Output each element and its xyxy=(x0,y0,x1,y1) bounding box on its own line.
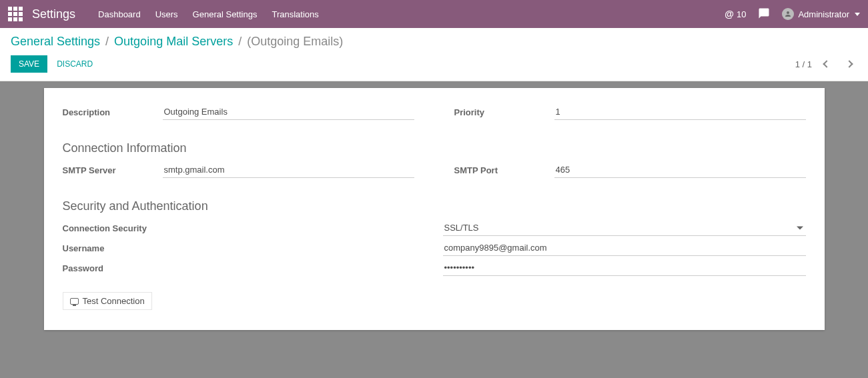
navbar: Settings Dashboard Users General Setting… xyxy=(0,0,868,28)
smtp-server-input[interactable] xyxy=(163,162,414,178)
label-description: Description xyxy=(63,107,163,117)
at-icon: @ xyxy=(725,9,734,19)
breadcrumb-current: (Outgoing Emails) xyxy=(247,35,343,49)
user-menu[interactable]: Administrator xyxy=(782,8,860,20)
caret-down-icon xyxy=(855,13,860,16)
monitor-icon xyxy=(70,298,79,305)
save-button[interactable]: Save xyxy=(11,55,47,73)
connection-security-value[interactable] xyxy=(443,220,806,235)
breadcrumb-outgoing-mail-servers[interactable]: Outgoing Mail Servers xyxy=(114,35,233,49)
chat-icon[interactable] xyxy=(758,7,770,21)
password-input[interactable] xyxy=(443,260,806,276)
section-connection-title: Connection Information xyxy=(63,141,806,155)
nav-right: @ 10 Administrator xyxy=(725,7,860,21)
pager: 1 / 1 xyxy=(795,56,857,72)
username-input[interactable] xyxy=(443,240,806,256)
discard-button[interactable]: Discard xyxy=(57,59,93,69)
user-name: Administrator xyxy=(798,9,849,19)
section-security-title: Security and Authentication xyxy=(63,199,806,213)
mail-count: 10 xyxy=(737,9,746,19)
chevron-left-icon xyxy=(823,60,830,67)
connection-security-select[interactable] xyxy=(443,220,806,236)
label-priority: Priority xyxy=(454,107,554,117)
breadcrumb-sep: / xyxy=(238,35,242,49)
pager-prev[interactable] xyxy=(819,56,835,72)
mail-counter[interactable]: @ 10 xyxy=(725,9,746,19)
cp-buttons: Save Discard xyxy=(11,55,93,73)
avatar-icon xyxy=(782,8,794,20)
nav-links: Dashboard Users General Settings Transla… xyxy=(98,9,319,19)
form-sheet: Description Priority Connection Informat… xyxy=(44,88,825,330)
svg-point-0 xyxy=(787,11,789,14)
apps-icon[interactable] xyxy=(8,7,23,21)
nav-link-general-settings[interactable]: General Settings xyxy=(193,9,258,19)
chevron-right-icon xyxy=(845,60,853,67)
caret-down-icon xyxy=(797,226,803,229)
nav-link-translations[interactable]: Translations xyxy=(272,9,318,19)
label-connection-security: Connection Security xyxy=(63,223,163,233)
nav-link-users[interactable]: Users xyxy=(155,9,178,19)
test-connection-label: Test Connection xyxy=(83,296,145,306)
label-smtp-server: SMTP Server xyxy=(63,165,163,175)
pager-next[interactable] xyxy=(841,56,857,72)
label-smtp-port: SMTP Port xyxy=(454,165,554,175)
breadcrumb-sep: / xyxy=(105,35,109,49)
control-panel: General Settings / Outgoing Mail Servers… xyxy=(0,28,868,81)
smtp-port-input[interactable] xyxy=(554,162,806,178)
app-brand: Settings xyxy=(32,7,75,21)
breadcrumb-general-settings[interactable]: General Settings xyxy=(11,35,100,49)
label-username: Username xyxy=(63,243,163,253)
nav-link-dashboard[interactable]: Dashboard xyxy=(98,9,141,19)
form-container: Description Priority Connection Informat… xyxy=(0,81,868,357)
breadcrumb: General Settings / Outgoing Mail Servers… xyxy=(11,35,857,49)
priority-input[interactable] xyxy=(554,104,806,120)
label-password: Password xyxy=(63,263,163,273)
pager-value: 1 / 1 xyxy=(795,59,812,69)
description-input[interactable] xyxy=(163,104,414,120)
test-connection-button[interactable]: Test Connection xyxy=(63,292,152,310)
